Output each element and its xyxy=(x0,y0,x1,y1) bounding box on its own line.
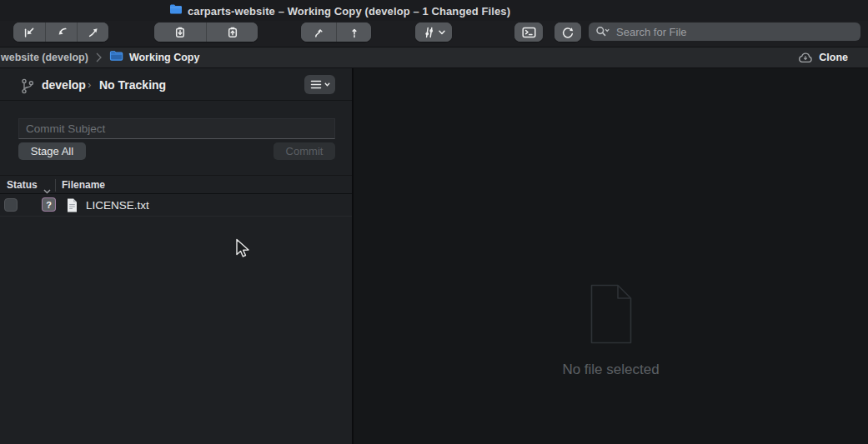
column-header-status[interactable]: Status xyxy=(7,179,38,191)
push-button[interactable] xyxy=(77,22,108,42)
breadcrumb-current: Working Copy xyxy=(129,52,200,63)
file-table-header: Status Filename xyxy=(0,175,352,194)
tracking-status-label: No Tracking xyxy=(99,78,166,92)
title-bar: carparts-website – Working Copy (develop… xyxy=(0,0,868,21)
branch-status-row[interactable]: develop › No Tracking xyxy=(0,75,352,98)
status-badge: ? xyxy=(42,197,56,212)
current-branch-label: develop xyxy=(42,78,86,92)
chevron-down-icon xyxy=(439,30,445,35)
terminal-group xyxy=(514,22,543,42)
cloud-download-icon xyxy=(797,52,814,64)
refresh-group xyxy=(554,22,581,42)
empty-state: No file selected xyxy=(354,283,868,378)
column-header-filename[interactable]: Filename xyxy=(62,179,105,191)
stash-button[interactable] xyxy=(154,22,206,42)
terminal-button[interactable] xyxy=(514,22,543,42)
filename-label: LICENSE.txt xyxy=(86,199,149,212)
folder-icon xyxy=(109,50,123,65)
list-options-button[interactable] xyxy=(304,75,335,94)
fetch-button[interactable] xyxy=(13,22,45,42)
document-outline-icon xyxy=(586,283,636,348)
search-input[interactable] xyxy=(615,25,854,39)
clone-button[interactable]: Clone xyxy=(797,47,848,67)
breadcrumb-chevron-icon xyxy=(96,52,102,62)
sync-button-group xyxy=(13,22,108,42)
unstash-button[interactable] xyxy=(206,22,258,42)
empty-state-message: No file selected xyxy=(562,362,659,378)
clone-label: Clone xyxy=(819,52,848,63)
merge-button[interactable] xyxy=(301,22,336,42)
view-options-group xyxy=(415,22,452,42)
document-icon xyxy=(66,197,78,217)
refresh-button[interactable] xyxy=(554,22,581,42)
chevron-down-icon xyxy=(324,82,330,87)
pull-button[interactable] xyxy=(45,22,77,42)
file-row[interactable]: ? LICENSE.txt xyxy=(0,195,352,217)
working-copy-panel: develop › No Tracking Stage All Commit S… xyxy=(0,68,352,444)
breadcrumb-repo[interactable]: website (develop) xyxy=(1,52,88,63)
git-branch-icon xyxy=(20,77,35,98)
window-title: carparts-website – Working Copy (develop… xyxy=(188,5,510,17)
commit-subject-input[interactable] xyxy=(18,118,335,139)
stage-all-button[interactable]: Stage All xyxy=(18,142,86,160)
window-title-group: carparts-website – Working Copy (develop… xyxy=(169,3,510,18)
merge-button-group xyxy=(301,22,371,42)
rebase-button[interactable] xyxy=(336,22,371,42)
column-divider xyxy=(55,179,56,192)
branch-chevron: › xyxy=(88,78,91,91)
search-icon xyxy=(595,26,610,37)
breadcrumb-current-group[interactable]: Working Copy xyxy=(109,50,200,65)
toolbar xyxy=(0,21,868,47)
view-options-button[interactable] xyxy=(415,22,452,42)
panel-separator xyxy=(0,100,352,101)
stash-button-group xyxy=(154,22,258,42)
commit-button[interactable]: Commit xyxy=(273,142,335,160)
stage-checkbox[interactable] xyxy=(4,198,18,212)
breadcrumb-bar: website (develop) Working Copy Clone xyxy=(0,47,868,68)
file-preview-panel: No file selected xyxy=(354,68,868,444)
list-lines-icon xyxy=(310,80,322,89)
folder-icon xyxy=(169,3,183,18)
search-field[interactable] xyxy=(589,22,860,41)
app-window: carparts-website – Working Copy (develop… xyxy=(0,0,868,444)
